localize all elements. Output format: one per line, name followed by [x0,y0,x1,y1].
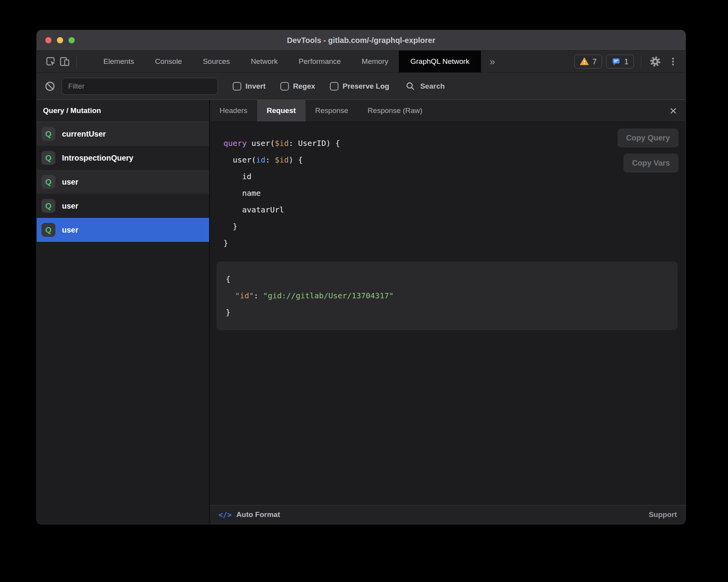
preserve-log-checkbox[interactable] [330,82,338,91]
query-list-item[interactable]: Q currentUser [37,122,209,146]
query-type-badge: Q [41,127,55,141]
query-type-badge: Q [41,151,55,165]
traffic-lights [45,30,75,50]
tab-sources[interactable]: Sources [192,51,240,72]
regex-checkbox[interactable] [280,82,289,91]
request-detail-pane: Headers Request Response Response (Raw) … [210,100,685,524]
close-window-button[interactable] [45,37,52,43]
more-options-icon[interactable] [666,55,680,68]
query-name: user [62,178,78,187]
tab-performance[interactable]: Performance [288,51,351,72]
issue-count: 1 [624,57,628,66]
close-detail-icon[interactable]: × [670,104,677,117]
query-type-badge: Q [41,199,55,213]
filter-bar: Invert Regex Preserve Log Search [37,73,685,100]
toolbar-right-group: 7 1 [574,55,680,68]
query-list-item-selected[interactable]: Q user [37,218,209,242]
search-label: Search [420,82,445,91]
tab-network[interactable]: Network [240,51,288,72]
filter-input[interactable] [62,78,218,95]
tab-response[interactable]: Response [306,100,358,122]
code-brackets-icon: </> [218,510,232,519]
toolbar-separator [76,56,77,67]
fullscreen-window-button[interactable] [69,37,75,43]
auto-format-button[interactable]: </> Auto Format [218,510,280,519]
more-tabs-chevron-icon[interactable]: » [481,56,503,68]
inspect-element-icon[interactable] [44,55,58,68]
copy-query-button[interactable]: Copy Query [618,128,678,147]
query-type-badge: Q [41,175,55,189]
invert-checkbox-group: Invert [233,82,266,91]
warnings-badge[interactable]: 7 [574,55,602,68]
window-title: DevTools - gitlab.com/-/graphql-explorer [37,36,685,45]
tab-headers[interactable]: Headers [210,100,257,122]
invert-checkbox[interactable] [233,82,241,91]
devtools-toolbar: Elements Console Sources Network Perform… [37,51,685,73]
graphql-variables-box: { "id": "gid://gitlab/User/13704317"} [216,262,678,330]
regex-checkbox-group: Regex [280,82,315,91]
desktop: { "window": { "title": "DevTools - gitla… [0,0,728,582]
titlebar: DevTools - gitlab.com/-/graphql-explorer [37,30,685,51]
panel-content: Query / Mutation Q currentUser Q Introsp… [37,100,685,524]
auto-format-label: Auto Format [236,510,280,519]
toolbar-separator [641,56,641,67]
device-toolbar-icon[interactable] [58,55,72,68]
search-control[interactable]: Search [405,81,445,91]
query-name: IntrospectionQuery [62,154,133,163]
tab-graphql-network[interactable]: GraphQL Network [399,51,481,72]
tab-response-raw[interactable]: Response (Raw) [358,100,432,122]
support-link[interactable]: Support [649,510,677,519]
tab-request[interactable]: Request [257,100,306,122]
message-bubble-icon [611,57,621,66]
clear-requests-icon[interactable] [45,81,55,92]
query-name: currentUser [62,130,106,139]
request-body: query user($id: UserID) { user(id: $id) … [210,122,685,505]
issues-badge[interactable]: 1 [606,55,634,68]
query-name: user [62,202,78,211]
copy-vars-button[interactable]: Copy Vars [623,154,678,173]
warning-count: 7 [592,57,597,66]
settings-gear-icon[interactable] [648,55,662,68]
preserve-log-label: Preserve Log [343,82,389,91]
query-type-badge: Q [41,223,55,237]
query-list-item[interactable]: Q IntrospectionQuery [37,146,209,170]
preserve-log-checkbox-group: Preserve Log [330,82,389,91]
tab-console[interactable]: Console [144,51,192,72]
invert-label: Invert [246,82,266,91]
minimize-window-button[interactable] [57,37,63,43]
devtools-panel-tabs: Elements Console Sources Network Perform… [93,51,504,72]
tab-elements[interactable]: Elements [93,51,144,72]
query-list-sidebar: Query / Mutation Q currentUser Q Introsp… [37,100,210,524]
query-list-item[interactable]: Q user [37,170,209,194]
sidebar-header: Query / Mutation [37,100,209,122]
devtools-window: DevTools - gitlab.com/-/graphql-explorer… [37,30,685,524]
query-list-item[interactable]: Q user [37,194,209,218]
detail-tab-bar: Headers Request Response Response (Raw) … [210,100,685,122]
detail-footer: </> Auto Format Support [210,505,685,524]
tab-memory[interactable]: Memory [351,51,399,72]
search-icon [405,81,416,91]
regex-label: Regex [293,82,315,91]
warning-triangle-icon [580,57,589,66]
query-name: user [62,226,78,235]
graphql-query-code: query user($id: UserID) { user(id: $id) … [210,122,685,252]
